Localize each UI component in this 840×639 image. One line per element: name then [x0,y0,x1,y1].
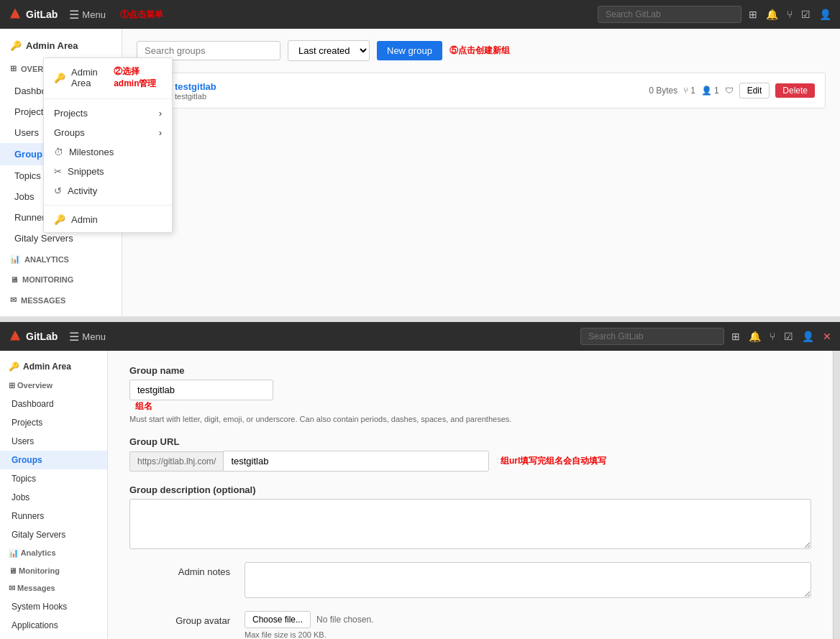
dropdown-projects-label: Projects [54,108,88,119]
dropdown-admin-label2: Admin [71,214,98,225]
dropdown-groups[interactable]: Groups › [44,123,172,142]
sidebar2-messages-section: ✉ Messages [0,579,107,597]
bottom-search-input[interactable] [580,328,724,345]
choose-file-label: Choose file... [252,615,303,625]
delete-label: Delete [782,86,808,96]
sidebar2-monitoring-section: 🖥 Monitoring [0,562,107,579]
group-name-annotation: 组名 [135,401,152,411]
bottom-close-icon[interactable]: ✕ [821,329,833,344]
chevron-right-icon: › [159,108,162,119]
url-annotation: 组url填写完组名会自动填写 [501,455,606,467]
navbar-icons: ⊞ 🔔 ⑂ ☑ 👤 [747,7,833,22]
dropdown-milestones[interactable]: ⏱ Milestones [44,142,172,162]
new-group-button[interactable]: New group [377,41,442,60]
group-url-input[interactable] [223,451,489,472]
scissors-icon: ✂ [54,166,62,177]
dropdown-milestones-label: Milestones [69,147,114,157]
dropdown-admin[interactable]: 🔑 Admin [44,210,172,229]
delete-group-button[interactable]: Delete [775,83,815,98]
sidebar2-gitaly-servers-label: Gitaly Servers [12,530,65,540]
sidebar2-messages-icon: ✉ [9,584,15,592]
group-name-input[interactable] [129,380,273,400]
bottom-grid-icon[interactable]: ⊞ [730,329,741,344]
merge-icon[interactable]: ⑂ [785,7,794,22]
dropdown-groups-label: Groups [54,127,85,138]
sidebar2-applications[interactable]: Applications [0,616,107,635]
avatar-row: Choose file... No file chosen. [245,611,811,628]
group-avatar-label: Group avatar [175,615,230,626]
sidebar2-groups[interactable]: Groups [0,451,107,469]
edit-group-button[interactable]: Edit [739,83,770,98]
dropdown-snippets-label: Snippets [68,166,104,177]
analytics-label: Analytics [24,255,69,264]
monitoring-label: Monitoring [22,275,73,284]
sidebar-monitoring-header: 🖥 Monitoring [0,270,122,290]
group-size: 0 Bytes [649,86,677,96]
annotation-1: ①点击菜单 [120,9,163,21]
sidebar2-topics-label: Topics [12,474,36,484]
bottom-todo-icon[interactable]: ☑ [782,329,795,344]
group-url-field: Group URL https://gitlab.lhj.com/ 组url填写… [129,436,811,472]
group-url-row: https://gitlab.lhj.com/ [129,451,489,472]
top-main-content: Last created New group ⑤点击创建新组 T testgit… [122,29,840,316]
messages-label: Messages [21,296,65,305]
chevron-right-icon2: › [159,127,162,138]
sidebar2-dashboard[interactable]: Dashboard [0,395,107,413]
search-input[interactable] [598,6,741,23]
menu-label: Menu [82,9,106,20]
admin-notes-field-col [245,562,811,598]
bottom-menu-button[interactable]: ☰ Menu [63,327,111,346]
choose-file-button[interactable]: Choose file... [245,611,311,628]
bottom-merge-icon[interactable]: ⑂ [768,329,777,344]
sidebar2-jobs[interactable]: Jobs [0,488,107,507]
sidebar2-gitaly-servers[interactable]: Gitaly Servers [0,525,107,544]
sidebar2-abuse-reports[interactable]: Abuse Reports 0 [0,635,107,639]
bottom-gitlab-brand: GitLab [7,328,58,344]
dropdown-admin-label: Admin Area [71,67,105,88]
sidebar2-users[interactable]: Users [0,432,107,451]
bottom-gitlab-logo-icon [7,328,23,344]
bottom-section: GitLab ☰ Menu ⊞ 🔔 ⑂ ☑ 👤 ✕ 🔑 Admin Area ⊞ [0,322,840,639]
sidebar2-monitoring-label: Monitoring [19,566,60,575]
sidebar2-system-hooks-label: System Hooks [12,602,67,612]
group-forks: ⑂ 1 [683,86,695,96]
sidebar2-system-hooks[interactable]: System Hooks [0,597,107,616]
sort-select[interactable]: Last created [288,40,370,61]
new-group-label: New group [387,45,432,56]
gitlab-brand: GitLab [7,6,58,22]
bell-icon[interactable]: 🔔 [764,7,780,22]
sidebar2-groups-label: Groups [12,455,42,465]
dropdown-snippets[interactable]: ✂ Snippets [44,162,172,181]
group-name-hint: Must start with letter, digit, emoji, or… [129,415,811,423]
bottom-navbar-icons: ⊞ 🔔 ⑂ ☑ 👤 ✕ [730,329,833,344]
todo-icon[interactable]: ☑ [800,7,812,22]
bottom-bell-icon[interactable]: 🔔 [747,329,762,344]
dropdown-activity[interactable]: ↺ Activity [44,181,172,201]
scrollbar[interactable] [833,351,840,639]
group-description-input[interactable] [129,499,811,549]
dropdown-projects[interactable]: Projects › [44,104,172,123]
sidebar2-runners[interactable]: Runners [0,507,107,525]
bottom-user-icon[interactable]: 👤 [800,329,816,344]
user-icon[interactable]: 👤 [818,7,833,22]
group-stats: 0 Bytes ⑂ 1 👤 1 🛡 Edit Delete [649,83,815,98]
dropdown-admin-area[interactable]: 🔑 Admin Area ②选择admin管理 [44,61,172,94]
bottom-menu-label: Menu [82,331,106,342]
group-name-label: Group name [129,365,811,376]
dropdown-activity-label: Activity [68,185,97,196]
admin-area-icon: 🔑 [10,40,22,51]
topics-label: Topics [14,170,41,181]
sidebar2-topics[interactable]: Topics [0,469,107,488]
no-file-label: No file chosen. [316,615,373,625]
svg-marker-0 [10,9,20,19]
group-description-label: Group description (optional) [129,484,811,495]
admin-notes-label: Admin notes [178,566,230,577]
grid-icon[interactable]: ⊞ [747,7,759,22]
sidebar2-overview-icon: ⊞ [9,381,15,390]
sidebar2-admin-label: Admin Area [23,362,71,372]
admin-notes-input[interactable] [245,562,811,598]
sidebar2-analytics-icon: 📊 [9,548,19,557]
gitlab-text: GitLab [26,9,58,20]
menu-button[interactable]: ☰ Menu [63,5,111,24]
sidebar2-projects[interactable]: Projects [0,413,107,432]
